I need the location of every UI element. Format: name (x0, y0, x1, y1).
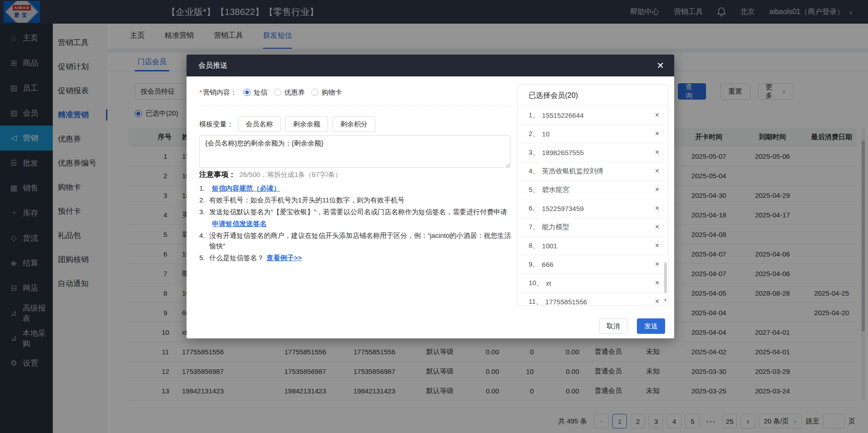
template-variables-row: 模板变量： 会员名称 剩余余额 剩余积分 (199, 116, 375, 132)
notice-label: 注意事项： (199, 171, 236, 178)
selected-member-item: 3、 18982657555 × (518, 143, 668, 162)
notice-summary: 26/500，将拆分成1条（67字/条） (239, 171, 342, 178)
remove-member-icon[interactable]: × (655, 204, 659, 212)
selected-member-item: 2、 10 × (518, 125, 668, 143)
member-name: 15515226644 (542, 111, 584, 119)
remove-member-icon[interactable]: × (655, 111, 659, 119)
scroll-down-arrow-icon[interactable]: ▼ (663, 298, 667, 302)
member-index: 9、 (529, 260, 539, 269)
member-name: 15225973459 (542, 205, 584, 212)
note-text: 发送短信默认签名为“【爱宝收银】”，若需要以公司名或门店名称作为短信签名，需要进… (209, 206, 507, 217)
dashed-divider (199, 106, 510, 106)
selected-member-item: 9、 666 × (518, 255, 668, 274)
member-index: 5、 (529, 186, 539, 194)
selected-member-item: 1、 15515226644 × (518, 106, 668, 125)
note-number: 3. (199, 206, 209, 217)
panel-scrollbar-thumb[interactable] (664, 262, 667, 293)
member-name: 666 (542, 261, 553, 268)
note-number: 5. (199, 252, 209, 263)
member-name: 能力模型 (542, 223, 569, 232)
remove-member-icon[interactable]: × (655, 130, 659, 138)
note-text: 没有开通短信签名的商户，建议在短信开头添加店铺名称用于区分，例：“jacinto… (209, 230, 515, 251)
content-type-option[interactable]: 短信 (243, 88, 267, 97)
note-line: 1. 短信内容规范（必读） (199, 183, 515, 193)
note-number: 1. (199, 183, 209, 193)
member-name: 1001 (542, 242, 557, 250)
remove-member-icon[interactable]: × (655, 223, 659, 231)
note-line: 3. 发送短信默认签名为“【爱宝收银】”，若需要以公司名或门店名称作为短信签名，… (199, 206, 515, 217)
remove-member-icon[interactable]: × (655, 186, 659, 194)
note-line: 申请短信发送签名 (199, 218, 515, 229)
sms-message-textarea[interactable]: {会员名称}您的剩余余额为：{剩余余额} (199, 135, 510, 168)
note-number (199, 218, 209, 229)
selected-member-item: 11、 17755851556 × (518, 292, 668, 306)
content-type-option[interactable]: 购物卡 (311, 88, 342, 97)
member-name: 17755851556 (545, 298, 587, 306)
remove-member-icon[interactable]: × (655, 148, 659, 156)
close-icon[interactable]: ✕ (656, 60, 664, 71)
note-text: 有效手机号：如会员手机号为1开头的11位数字，则为有效手机号 (209, 195, 404, 205)
radio-label: 短信 (254, 88, 267, 97)
template-variable-button[interactable]: 剩余余额 (285, 116, 328, 132)
selected-member-item: 5、 碧水龍宮 × (518, 181, 668, 199)
remove-member-icon[interactable]: × (655, 297, 659, 306)
template-variables-label: 模板变量： (199, 120, 233, 129)
member-index: 6、 (529, 204, 539, 213)
cancel-button[interactable]: 取消 (599, 318, 627, 334)
selected-member-item: 6、 15225973459 × (518, 199, 668, 218)
member-name: 18982657555 (542, 149, 584, 156)
note-link[interactable]: 申请短信发送签名 (212, 218, 267, 229)
content-type-option[interactable]: 优惠券 (274, 88, 305, 97)
selected-member-item: 7、 能力模型 × (518, 218, 668, 237)
template-variable-button[interactable]: 剩余积分 (333, 116, 375, 132)
member-name: 10 (542, 130, 550, 138)
member-index: 8、 (529, 242, 539, 250)
marketing-content-row: *营销内容： 短信 优惠券 购物卡 (199, 85, 342, 100)
member-index: 10、 (529, 279, 543, 287)
selected-members-panel: 已选择会员(20) 1、 15515226644 × 2、 10 × 3、 18… (517, 85, 669, 306)
note-line: 5. 什么是短信签名？ 查看例子>> (199, 252, 515, 263)
radio-button[interactable] (243, 89, 251, 96)
selected-members-list: 1、 15515226644 × 2、 10 × 3、 18982657555 … (518, 106, 668, 306)
remove-member-icon[interactable]: × (655, 260, 659, 268)
remove-member-icon[interactable]: × (655, 167, 659, 175)
note-text: 什么是短信签名？ (209, 252, 264, 263)
notice-line: 注意事项：26/500，将拆分成1条（67字/条） (199, 170, 342, 180)
radio-label: 优惠券 (284, 88, 305, 97)
selected-members-title: 已选择会员(20) (518, 85, 668, 106)
member-push-modal: 会员推送 ✕ *营销内容： 短信 优惠券 购物卡 (187, 55, 674, 338)
modal-header: 会员推送 (187, 55, 674, 76)
note-link[interactable]: 查看例子>> (267, 252, 302, 263)
radio-button[interactable] (274, 89, 281, 96)
notes-list: 1. 短信内容规范（必读） 2. 有效手机号：如会员手机号为1开头的11位数字，… (199, 183, 515, 264)
note-line: 2. 有效手机号：如会员手机号为1开头的11位数字，则为有效手机号 (199, 195, 515, 205)
member-index: 4、 (529, 167, 539, 176)
send-button[interactable]: 发送 (637, 318, 665, 334)
member-index: 11、 (529, 297, 543, 306)
note-line: 4. 没有开通短信签名的商户，建议在短信开头添加店铺名称用于区分，例：“jaci… (199, 230, 515, 251)
selected-member-item: 10、 xt × (518, 274, 668, 292)
radio-label: 购物卡 (322, 88, 342, 97)
template-variable-button[interactable]: 会员名称 (238, 116, 281, 132)
radio-button[interactable] (311, 89, 318, 96)
marketing-content-label: *营销内容： (199, 88, 237, 97)
remove-member-icon[interactable]: × (655, 242, 659, 250)
member-index: 3、 (529, 148, 539, 157)
remove-member-icon[interactable]: × (655, 279, 659, 287)
member-name: 碧水龍宮 (542, 186, 569, 194)
member-index: 7、 (529, 223, 539, 232)
member-name: xt (546, 279, 551, 287)
member-name: 英浩收银机监控刘傅 (542, 167, 603, 176)
required-asterisk: * (199, 88, 202, 96)
selected-member-item: 4、 英浩收银机监控刘傅 × (518, 162, 668, 181)
modal-title: 会员推送 (198, 61, 227, 70)
member-index: 1、 (529, 111, 539, 120)
note-number: 2. (199, 195, 209, 205)
selected-member-item: 8、 1001 × (518, 237, 668, 255)
note-link[interactable]: 短信内容规范（必读） (212, 183, 280, 193)
note-number: 4. (199, 230, 209, 251)
member-index: 2、 (529, 130, 539, 138)
